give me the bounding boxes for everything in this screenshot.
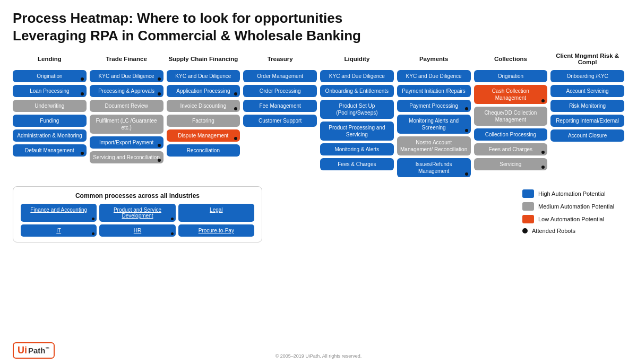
card-5-3: Monitoring Alerts and Screening	[397, 115, 471, 134]
card-0-4: Administration & Monitoring	[13, 129, 87, 142]
common-card-0[interactable]: Finance and Accounting	[21, 204, 97, 222]
card-3-1: Order Processing	[243, 85, 317, 97]
card-dot-1-1	[158, 92, 161, 96]
card-2-1: Application Processing	[167, 85, 240, 97]
legend-box: High Automation PotentialMedium Automati…	[518, 186, 624, 237]
column-0: LendingOriginationLoan ProcessingUnderwr…	[13, 51, 87, 159]
common-card-4[interactable]: HR	[99, 224, 175, 237]
common-card-3[interactable]: IT	[21, 224, 97, 237]
common-grid: Finance and AccountingProduct and Servic…	[21, 204, 254, 237]
card-3-3: Customer Support	[243, 115, 317, 127]
card-dot-6-1	[541, 99, 545, 102]
card-3-0: Order Management	[243, 70, 317, 82]
card-dot-2-4	[234, 137, 237, 140]
card-dot-2-2	[234, 107, 237, 110]
card-1-3: Fulfilment (LC /Guarantee etc.)	[90, 115, 163, 134]
card-5-0: KYC and Due Diligence	[397, 70, 471, 82]
legend-item-0: High Automation Potential	[522, 189, 620, 198]
card-1-4: Import/Export Payment	[90, 136, 163, 149]
card-dot-6-4	[541, 151, 545, 154]
legend-label-1: Medium Automation Potential	[538, 203, 614, 210]
col-header-2: Supply Chain Financing	[168, 51, 238, 66]
common-card-2[interactable]: Legal	[178, 204, 254, 222]
legend-item-3: Attended Robots	[522, 228, 620, 234]
card-4-1: Onboarding & Entitlements	[320, 85, 394, 97]
common-dot-1	[171, 218, 174, 220]
column-2: Supply Chain FinancingKYC and Due Dilige…	[167, 51, 240, 159]
card-2-0: KYC and Due Diligence	[167, 70, 240, 82]
logo-area: Ui Path™	[13, 342, 55, 359]
card-5-2: Payment Processing	[397, 100, 471, 112]
card-dot-1-0	[158, 77, 161, 81]
legend-label-2: Low Automation Potential	[538, 216, 604, 222]
card-dot-2-1	[234, 92, 237, 96]
col-header-7: Client Mngmnt Risk & Compl	[550, 51, 624, 66]
card-dot-0-0	[81, 77, 84, 81]
card-5-1: Payment Initiation /Repairs	[397, 85, 471, 97]
col-header-5: Payments	[419, 51, 448, 66]
card-dot-6-5	[541, 166, 545, 169]
card-dot-1-5	[158, 159, 161, 162]
card-4-2: Product Set Up (Pooling/Sweeps)	[320, 100, 394, 119]
card-1-1: Processing & Approvals	[90, 85, 163, 97]
card-3-2: Fee Management	[243, 100, 317, 112]
uipath-logo: Ui Path™	[13, 342, 55, 359]
card-0-3: Funding	[13, 115, 87, 127]
column-7: Client Mngmnt Risk & ComplOnboarding /KY…	[550, 51, 624, 144]
card-6-3: Collection Processing	[474, 128, 548, 141]
card-1-5: Servicing and Reconciliation	[90, 151, 163, 163]
card-2-2: Invoice Discounting	[167, 100, 240, 112]
column-3: TreasuryOrder ManagementOrder Processing…	[243, 51, 317, 129]
card-dot-0-1	[81, 92, 84, 96]
bottom-section: Common processes across all industries F…	[13, 186, 624, 242]
col-header-6: Collections	[494, 51, 527, 66]
legend-label-3: Attended Robots	[532, 228, 575, 234]
common-card-1[interactable]: Product and Service Development	[99, 204, 175, 222]
card-2-5: Reconciliation	[167, 144, 240, 157]
common-processes-box: Common processes across all industries F…	[13, 186, 262, 242]
card-dot-0-5	[81, 152, 84, 155]
card-1-0: KYC and Due Diligence	[90, 70, 163, 82]
copyright: © 2005–2019 UiPath. All rights reserved.	[276, 353, 362, 359]
col-header-1: Trade Finance	[106, 51, 147, 66]
col-header-0: Lending	[38, 51, 62, 66]
column-1: Trade FinanceKYC and Due DiligenceProces…	[90, 51, 163, 166]
card-5-4: Nostro Account Management/ Reconciliatio…	[397, 136, 471, 155]
card-0-0: Origination	[13, 70, 87, 82]
card-dot-1-4	[158, 144, 161, 147]
page: Process Heatmap: Where to look for oppor…	[0, 0, 637, 364]
card-dot-5-2	[465, 107, 468, 110]
col-header-3: Treasury	[268, 51, 293, 66]
card-7-3: Reporting Internal/External	[550, 115, 624, 127]
card-7-4: Account Closure	[550, 129, 624, 142]
card-4-4: Monitoring & Alerts	[320, 143, 394, 155]
card-0-2: Underwriting	[13, 100, 87, 112]
card-2-3: Factoring	[167, 115, 240, 127]
legend-item-1: Medium Automation Potential	[522, 202, 620, 211]
common-dot-0	[92, 218, 94, 220]
legend-label-0: High Automation Potential	[538, 190, 606, 197]
logo-ui: Ui	[18, 345, 27, 356]
common-processes-title: Common processes across all industries	[21, 192, 254, 200]
card-6-1: Cash Collection Management	[474, 85, 548, 104]
common-dot-3	[92, 232, 94, 235]
card-7-1: Account Servicing	[550, 85, 624, 97]
card-7-2: Risk Monitoring	[550, 100, 624, 112]
legend-swatch-1	[522, 202, 534, 211]
legend-item-2: Low Automation Potential	[522, 215, 620, 223]
card-6-5: Servicing	[474, 158, 548, 170]
card-0-1: Loan Processing	[13, 85, 87, 97]
card-dot-5-5	[465, 172, 468, 176]
column-4: LiquidityKYC and Due DiligenceOnboarding…	[320, 51, 394, 173]
legend-swatch-0	[522, 189, 534, 198]
common-card-5[interactable]: Procure-to-Pay	[178, 224, 254, 237]
card-6-4: Fees and Charges	[474, 143, 548, 155]
legend-swatch-2	[522, 215, 534, 223]
common-dot-4	[171, 232, 174, 235]
column-6: CollectionsOriginationCash Collection Ma…	[474, 51, 548, 173]
card-4-3: Product Processing and Servicing	[320, 122, 394, 141]
main-content: LendingOriginationLoan ProcessingUnderwr…	[13, 51, 624, 180]
card-4-0: KYC and Due Diligence	[320, 70, 394, 82]
card-6-0: Origination	[474, 70, 548, 82]
logo-path: Path™	[28, 346, 50, 355]
